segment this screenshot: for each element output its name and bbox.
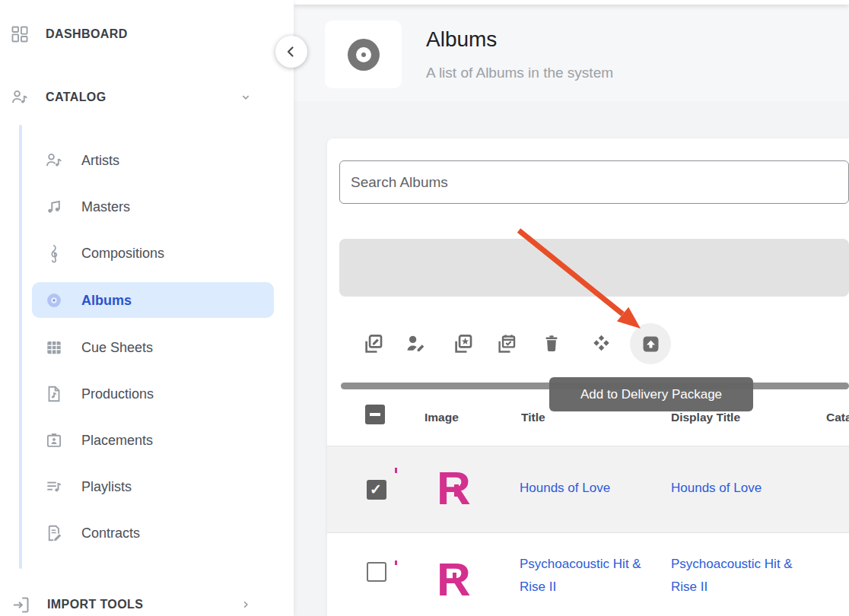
table-row: R Hounds of Love Hounds of Love: [327, 446, 849, 532]
filter-placeholder-bar: [339, 239, 849, 297]
albums-page: DASHBOARD CATALOG: [0, 0, 849, 616]
import-icon: [11, 595, 31, 615]
sidebar-item-albums[interactable]: Albums: [44, 285, 272, 316]
sidebar-item-label: DASHBOARD: [46, 27, 128, 41]
page-icon-tile: [325, 21, 402, 88]
thumbnail-artifact: [454, 484, 459, 497]
artist-note-icon: [44, 151, 64, 170]
batch-schedule-button[interactable]: [489, 327, 523, 360]
row-checkbox[interactable]: [367, 480, 386, 500]
chevron-left-icon: [281, 41, 302, 62]
delete-button[interactable]: [535, 327, 568, 360]
sidebar-item-label: Contracts: [81, 526, 140, 541]
contract-pen-icon: [44, 523, 64, 543]
sidebar-item-label: Artists: [81, 153, 119, 169]
sidebar-item-label: Albums: [81, 293, 132, 309]
sidebar-collapse-button[interactable]: [275, 36, 307, 68]
album-disc-icon: [348, 39, 380, 71]
tooltip-add-to-delivery-package: Add to Delivery Package: [549, 377, 753, 411]
sidebar-item-label: Productions: [81, 386, 154, 402]
album-thumbnail[interactable]: R: [437, 465, 470, 512]
thumbnail-artifact: [395, 468, 397, 473]
thumbnail-artifact: [395, 560, 397, 565]
batch-star-button[interactable]: [446, 327, 479, 360]
sidebar-item-masters[interactable]: Masters: [44, 192, 272, 222]
artist-note-icon: [10, 87, 30, 107]
artist-edit-button[interactable]: [399, 327, 432, 360]
album-title-link[interactable]: Hounds of Love: [520, 477, 650, 500]
album-disc-icon: [44, 291, 64, 310]
sidebar-item-playlists[interactable]: Playlists: [44, 472, 272, 502]
badge-icon: [44, 430, 64, 450]
select-all-checkbox[interactable]: [365, 405, 385, 424]
sidebar-item-catalog[interactable]: CATALOG: [10, 82, 276, 113]
batch-edit-button[interactable]: [356, 327, 390, 360]
sidebar-item-cue-sheets[interactable]: Cue Sheets: [44, 332, 272, 363]
sidebar-item-dashboard[interactable]: DASHBOARD: [10, 19, 276, 49]
column-header-image: Image: [424, 411, 459, 424]
sidebar-item-productions[interactable]: Productions: [44, 379, 272, 409]
thumbnail-artifact: [453, 573, 456, 583]
column-header-catalog: Cata: [826, 411, 849, 424]
sidebar: DASHBOARD CATALOG: [0, 0, 294, 616]
page-title: Albums: [426, 27, 497, 52]
sidebar-item-label: Placements: [81, 433, 153, 449]
treble-clef-icon: [44, 243, 64, 263]
sidebar-item-compositions[interactable]: Compositions: [44, 238, 272, 268]
sidebar-item-label: IMPORT TOOLS: [47, 598, 143, 611]
playlist-icon: [44, 477, 64, 497]
album-display-title-link[interactable]: Psychoacoustic Hit & Rise II: [671, 553, 802, 599]
album-display-title-link[interactable]: Hounds of Love: [671, 477, 802, 500]
chevron-down-icon[interactable]: [237, 89, 254, 106]
page-subtitle: A list of Albums in the system: [426, 65, 613, 81]
column-header-title: Title: [521, 411, 545, 424]
search-input[interactable]: [339, 160, 849, 204]
add-to-delivery-package-button[interactable]: [630, 323, 671, 364]
split-merge-button[interactable]: [584, 327, 618, 360]
table-row: R Psychoacoustic Hit & Rise II Psychoaco…: [327, 532, 849, 616]
sidebar-item-label: Cue Sheets: [81, 340, 153, 356]
sidebar-item-label: Compositions: [81, 246, 164, 262]
sidebar-item-label: Playlists: [81, 479, 132, 495]
top-app-bar-edge: [294, 0, 849, 5]
sidebar-item-label: CATALOG: [46, 90, 107, 104]
chevron-right-icon[interactable]: [237, 596, 254, 613]
row-checkbox[interactable]: [367, 562, 386, 582]
album-title-link[interactable]: Psychoacoustic Hit & Rise II: [520, 553, 650, 599]
music-notes-icon: [44, 197, 64, 217]
sidebar-item-label: Masters: [81, 199, 130, 215]
sidebar-item-contracts[interactable]: Contracts: [44, 518, 272, 548]
dashboard-icon: [10, 24, 30, 44]
column-header-display-title: Display Title: [671, 411, 740, 424]
sidebar-item-artists[interactable]: Artists: [44, 145, 272, 176]
music-file-icon: [44, 384, 64, 404]
catalog-indent-line: [19, 125, 22, 569]
grid-table-icon: [44, 338, 64, 357]
sidebar-item-placements[interactable]: Placements: [44, 425, 272, 456]
